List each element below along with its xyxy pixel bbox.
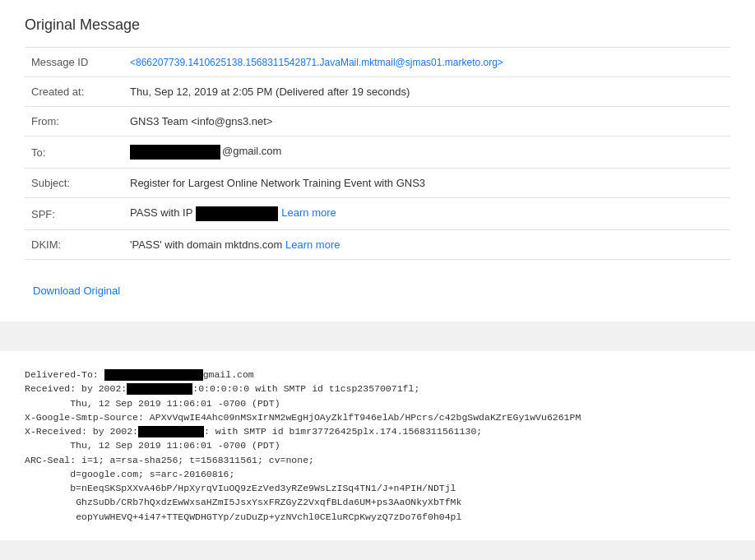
from-value: GNS3 Team <info@gns3.net> bbox=[123, 107, 730, 137]
raw-line-10: GhzSuDb/CRb7hQxdzEwWxsaHZmI5JsxYsxFRZGyZ… bbox=[25, 497, 461, 507]
from-label: From: bbox=[25, 107, 123, 137]
page-title: Original Message bbox=[25, 16, 730, 34]
dkim-value: 'PASS' with domain mktdns.com Learn more bbox=[123, 230, 730, 260]
raw-message-section: Delivered-To: gmail.com Received: by 200… bbox=[0, 351, 755, 540]
subject-label: Subject: bbox=[25, 169, 123, 198]
spf-row: SPF: PASS with IPLearn more bbox=[25, 198, 730, 230]
received-redacted bbox=[127, 383, 192, 395]
to-row: To: @gmail.com bbox=[25, 137, 730, 169]
raw-line-1: Delivered-To: gmail.com bbox=[25, 369, 254, 380]
raw-line-7: ARC-Seal: i=1; a=rsa-sha256; t=156831156… bbox=[25, 455, 314, 465]
subject-row: Subject: Register for Largest Online Net… bbox=[25, 169, 730, 198]
raw-line-5: X-Received: by 2002:: with SMTP id b1mr3… bbox=[25, 426, 482, 437]
spf-ip-redacted bbox=[196, 206, 278, 221]
raw-line-11: eopYuWHEVQ+4i47+TTEQWDHGTYp/zuDuZp+yzNVc… bbox=[25, 511, 461, 522]
from-row: From: GNS3 Team <info@gns3.net> bbox=[25, 107, 730, 137]
message-id-label: Message ID bbox=[25, 48, 123, 77]
spf-learn-more-link[interactable]: Learn more bbox=[281, 206, 336, 219]
original-message-panel: Original Message Message ID <866207739.1… bbox=[0, 0, 755, 322]
raw-line-4: X-Google-Smtp-Source: APXvVqwIE4Ahc09nMS… bbox=[25, 412, 581, 423]
dkim-label: DKIM: bbox=[25, 230, 123, 260]
message-id-value: <866207739.1410625138.1568311542871.Java… bbox=[123, 48, 730, 77]
raw-line-2: Received: by 2002::0:0:0:0:0 with SMTP i… bbox=[25, 383, 419, 394]
info-table: Message ID <866207739.1410625138.1568311… bbox=[25, 47, 730, 260]
spf-value: PASS with IPLearn more bbox=[123, 198, 730, 230]
download-original-link[interactable]: Download Original bbox=[33, 285, 120, 297]
dkim-learn-more-link[interactable]: Learn more bbox=[285, 238, 340, 251]
raw-content: Delivered-To: gmail.com Received: by 200… bbox=[25, 368, 730, 524]
raw-line-3: Thu, 12 Sep 2019 11:06:01 -0700 (PDT) bbox=[25, 398, 280, 409]
dkim-text: 'PASS' with domain mktdns.com bbox=[130, 238, 282, 251]
raw-line-9: b=nEeqSKSpXXvA46bP/HpXyrqVIuOQ9zEzVed3yR… bbox=[25, 483, 456, 493]
message-id-row: Message ID <866207739.1410625138.1568311… bbox=[25, 48, 730, 77]
spf-prefix: PASS with IP bbox=[130, 206, 192, 219]
raw-line-8: d=google.com; s=arc-20160816; bbox=[25, 469, 234, 479]
section-divider bbox=[0, 335, 755, 351]
created-at-value: Thu, Sep 12, 2019 at 2:05 PM (Delivered … bbox=[123, 77, 730, 107]
delivered-to-redacted bbox=[104, 369, 203, 381]
created-at-row: Created at: Thu, Sep 12, 2019 at 2:05 PM… bbox=[25, 77, 730, 107]
to-value: @gmail.com bbox=[123, 137, 730, 169]
dkim-row: DKIM: 'PASS' with domain mktdns.com Lear… bbox=[25, 230, 730, 260]
raw-line-6: Thu, 12 Sep 2019 11:06:01 -0700 (PDT) bbox=[25, 440, 280, 451]
to-suffix: @gmail.com bbox=[222, 145, 281, 157]
x-received-redacted bbox=[138, 426, 204, 437]
to-redacted-box bbox=[130, 145, 220, 160]
created-at-label: Created at: bbox=[25, 77, 123, 107]
to-label: To: bbox=[25, 137, 123, 169]
spf-label: SPF: bbox=[25, 198, 123, 230]
subject-value: Register for Largest Online Network Trai… bbox=[123, 169, 730, 198]
